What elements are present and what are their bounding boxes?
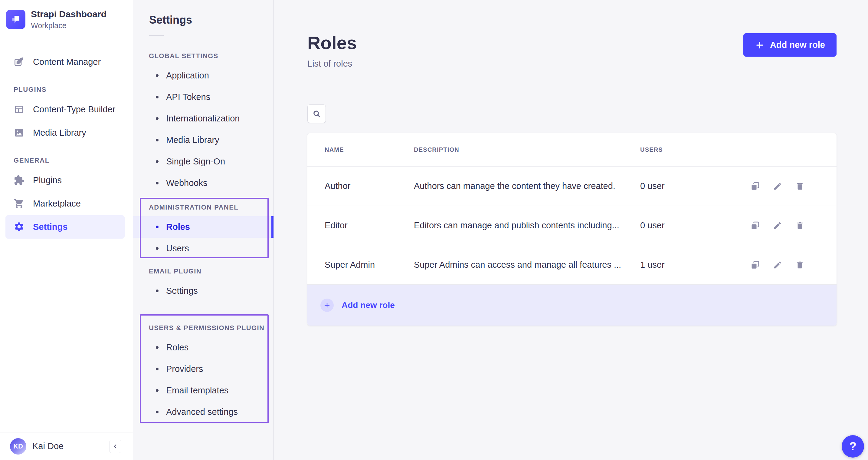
subnav-item-roles-admin[interactable]: Roles	[133, 216, 274, 238]
role-users-count: 0 user	[640, 221, 744, 230]
sidebar-item-marketplace[interactable]: Marketplace	[5, 192, 125, 215]
page-subtitle: List of roles	[307, 59, 837, 69]
subnav-item-email-templates[interactable]: Email templates	[133, 380, 274, 401]
sidebar-item-settings[interactable]: Settings	[5, 215, 125, 239]
sidebar-item-label: Plugins	[33, 175, 62, 185]
gear-icon	[13, 221, 25, 232]
subnav-item-label: Media Library	[166, 135, 219, 145]
delete-role-button[interactable]	[795, 260, 805, 270]
subnav-item-api-tokens[interactable]: API Tokens	[133, 86, 274, 108]
role-description: Authors can manage the content they have…	[414, 181, 640, 191]
pencil-icon	[773, 182, 782, 191]
subnav-item-label: Application	[166, 70, 209, 81]
bullet-icon	[156, 96, 158, 98]
bullet-icon	[156, 346, 158, 349]
bullet-icon	[156, 247, 158, 250]
bullet-icon	[156, 160, 158, 163]
role-users-count: 0 user	[640, 181, 744, 191]
user-name: Kai Doe	[32, 441, 64, 451]
role-users-count: 1 user	[640, 260, 744, 270]
subnav-item-label: Providers	[166, 364, 203, 374]
plus-icon	[755, 40, 765, 50]
bullet-icon	[156, 411, 158, 413]
sidebar-item-label: Media Library	[33, 128, 86, 138]
image-icon	[13, 127, 25, 138]
subnav-item-email-settings[interactable]: Settings	[133, 280, 274, 301]
delete-role-button[interactable]	[795, 221, 805, 230]
pencil-icon	[773, 260, 782, 269]
puzzle-icon	[13, 175, 25, 185]
table-row-editor[interactable]: Editor Editors can manage and publish co…	[307, 206, 837, 245]
workspace-header[interactable]: Strapi Dashboard Workplace	[0, 0, 133, 41]
duplicate-icon	[751, 260, 760, 269]
subnav-item-roles-up[interactable]: Roles	[133, 337, 274, 358]
bullet-icon	[156, 389, 158, 392]
bullet-icon	[156, 226, 158, 228]
subnav-item-users[interactable]: Users	[133, 238, 274, 259]
duplicate-role-button[interactable]	[750, 221, 760, 230]
subnav-item-label: Internationalization	[166, 114, 240, 123]
trash-icon	[796, 260, 804, 269]
subnav-item-label: Email templates	[166, 385, 228, 396]
role-description: Editors can manage and publish contents …	[414, 221, 640, 230]
duplicate-role-button[interactable]	[750, 260, 760, 270]
sidebar-item-label: Settings	[33, 222, 67, 232]
duplicate-role-button[interactable]	[750, 181, 760, 191]
sidebar-item-label: Marketplace	[33, 199, 81, 209]
subnav-item-advanced-settings[interactable]: Advanced settings	[133, 401, 274, 423]
cart-icon	[13, 198, 25, 209]
search-icon	[312, 109, 321, 118]
collapse-sidebar-button[interactable]	[109, 440, 121, 453]
strapi-logo-icon	[6, 10, 25, 29]
subnav-item-label: Advanced settings	[166, 407, 238, 417]
bullet-icon	[156, 139, 158, 141]
plus-circle-icon	[320, 298, 334, 312]
settings-subnav: Settings GLOBAL SETTINGS Application API…	[133, 0, 274, 460]
help-button[interactable]: ?	[842, 435, 864, 458]
edit-role-button[interactable]	[773, 221, 782, 230]
subnav-item-label: Users	[166, 243, 189, 254]
subnav-item-application[interactable]: Application	[133, 65, 274, 86]
subnav-item-label: Roles	[166, 222, 190, 232]
sidebar-section-plugins: PLUGINS	[0, 86, 133, 93]
sidebar-item-plugins[interactable]: Plugins	[5, 169, 125, 192]
feather-pen-icon	[13, 56, 25, 67]
sidebar-item-media-library[interactable]: Media Library	[5, 121, 125, 144]
sidebar-item-content-type-builder[interactable]: Content-Type Builder	[5, 98, 125, 121]
edit-role-button[interactable]	[773, 260, 782, 270]
role-description: Super Admins can access and manage all f…	[414, 260, 640, 270]
pencil-icon	[773, 221, 782, 230]
bullet-icon	[156, 117, 158, 120]
subnav-item-media-library[interactable]: Media Library	[133, 129, 274, 151]
add-new-role-label: Add new role	[770, 40, 825, 50]
table-row-author[interactable]: Author Authors can manage the content th…	[307, 167, 837, 206]
subnav-item-providers[interactable]: Providers	[133, 358, 274, 380]
roles-table: NAME DESCRIPTION USERS Author Authors ca…	[307, 133, 837, 325]
table-row-super-admin[interactable]: Super Admin Super Admins can access and …	[307, 245, 837, 285]
subnav-item-label: Roles	[166, 343, 188, 352]
subnav-item-single-sign-on[interactable]: Single Sign-On	[133, 151, 274, 172]
subnav-section-administration-panel: ADMINISTRATION PANEL	[149, 203, 274, 211]
sidebar-item-content-manager[interactable]: Content Manager	[5, 50, 125, 74]
avatar[interactable]: KD	[10, 438, 26, 455]
table-header-row: NAME DESCRIPTION USERS	[307, 133, 837, 167]
subnav-item-internationalization[interactable]: Internationalization	[133, 108, 274, 129]
edit-role-button[interactable]	[773, 181, 782, 191]
delete-role-button[interactable]	[795, 181, 805, 191]
subnav-section-email-plugin: EMAIL PLUGIN	[149, 267, 274, 275]
role-name: Author	[324, 181, 414, 191]
bullet-icon	[156, 74, 158, 77]
search-button[interactable]	[307, 105, 326, 123]
bullet-icon	[156, 182, 158, 184]
main-sidebar: Strapi Dashboard Workplace Content Manag…	[0, 0, 133, 460]
sidebar-item-label: Content-Type Builder	[33, 105, 115, 114]
sidebar-item-label: Content Manager	[33, 57, 101, 67]
duplicate-icon	[751, 182, 760, 191]
add-new-role-button[interactable]: Add new role	[743, 33, 837, 57]
table-footer-add-role[interactable]: Add new role	[307, 285, 837, 325]
subnav-title-divider	[149, 35, 164, 36]
sidebar-section-general: GENERAL	[0, 156, 133, 165]
role-name: Editor	[324, 221, 414, 230]
subnav-section-global-settings: GLOBAL SETTINGS	[149, 52, 274, 60]
subnav-item-webhooks[interactable]: Webhooks	[133, 172, 274, 194]
